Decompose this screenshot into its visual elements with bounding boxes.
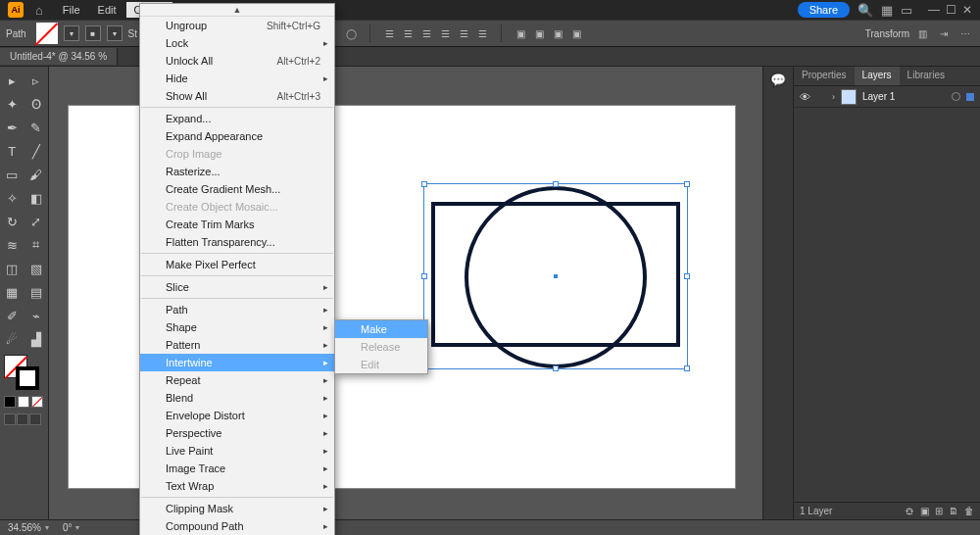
menu-perspective[interactable]: Perspective▸ bbox=[140, 424, 334, 442]
new-sublayer-icon[interactable]: ⊞ bbox=[935, 506, 943, 516]
menu-make-pixel-perfect[interactable]: Make Pixel Perfect bbox=[140, 256, 334, 273]
blend-tool-icon[interactable]: ⌁ bbox=[24, 304, 49, 327]
selection-handle[interactable] bbox=[684, 273, 690, 279]
rotate-tool-icon[interactable]: ↻ bbox=[0, 210, 24, 233]
selection-handle[interactable] bbox=[553, 365, 559, 371]
layer-row[interactable]: 👁 › Layer 1 bbox=[794, 86, 980, 108]
document-tab[interactable]: Untitled-4* @ 34.56 % bbox=[0, 48, 118, 65]
isolate-icon[interactable]: ▥ bbox=[913, 24, 931, 42]
menu-slice[interactable]: Slice▸ bbox=[140, 278, 334, 296]
menu-text-wrap[interactable]: Text Wrap▸ bbox=[140, 477, 334, 495]
eraser-tool-icon[interactable]: ◧ bbox=[24, 186, 49, 210]
menu-blend[interactable]: Blend▸ bbox=[140, 389, 334, 407]
menu-expand[interactable]: Expand... bbox=[140, 110, 334, 127]
draw-inside-icon[interactable] bbox=[29, 413, 41, 425]
selection-tool-icon[interactable]: ▸ bbox=[0, 69, 24, 92]
layer-target-icon[interactable] bbox=[952, 92, 960, 101]
align-bottom-icon[interactable]: ☰ bbox=[473, 24, 491, 42]
menu-envelope-distort[interactable]: Envelope Distort▸ bbox=[140, 407, 334, 424]
menu-path[interactable]: Path▸ bbox=[140, 301, 334, 318]
menu-flatten-transparency[interactable]: Flatten Transparency... bbox=[140, 233, 334, 251]
tab-libraries[interactable]: Libraries bbox=[900, 67, 953, 85]
magic-wand-tool-icon[interactable]: ✦ bbox=[0, 92, 24, 116]
menu-shape[interactable]: Shape▸ bbox=[140, 318, 334, 336]
gradient-tool-icon[interactable]: ▤ bbox=[24, 280, 49, 304]
stroke-color-swatch[interactable] bbox=[16, 366, 39, 390]
menu-repeat[interactable]: Repeat▸ bbox=[140, 371, 334, 389]
pathfinder-exclude-icon[interactable]: ▣ bbox=[567, 24, 585, 42]
align-left-icon[interactable]: ☰ bbox=[380, 24, 398, 42]
draw-normal-icon[interactable] bbox=[4, 413, 16, 425]
home-icon[interactable]: ⌂ bbox=[35, 3, 43, 18]
width-tool-icon[interactable]: ≋ bbox=[0, 233, 24, 257]
stroke-dropdown[interactable]: ▾ bbox=[107, 25, 122, 41]
workspace-icon[interactable]: ▭ bbox=[901, 3, 912, 18]
menu-compound-path[interactable]: Compound Path▸ bbox=[140, 517, 334, 535]
submenu-make[interactable]: Make bbox=[335, 320, 427, 338]
pathfinder-unite-icon[interactable]: ▣ bbox=[512, 24, 529, 42]
mesh-tool-icon[interactable]: ▦ bbox=[0, 280, 24, 304]
menu-create-trim-marks[interactable]: Create Trim Marks bbox=[140, 216, 334, 233]
align-hcenter-icon[interactable]: ☰ bbox=[399, 24, 416, 42]
window-maximize-icon[interactable]: ☐ bbox=[946, 3, 956, 17]
line-tool-icon[interactable]: ╱ bbox=[24, 139, 49, 163]
selection-handle[interactable] bbox=[684, 181, 690, 187]
selection-handle[interactable] bbox=[553, 181, 559, 187]
tab-layers[interactable]: Layers bbox=[855, 67, 900, 85]
arrange-docs-icon[interactable]: ▦ bbox=[881, 3, 893, 18]
align-to-icon[interactable]: ⇥ bbox=[935, 24, 953, 42]
rotate-field[interactable]: 0°▾ bbox=[63, 522, 80, 533]
align-right-icon[interactable]: ☰ bbox=[417, 24, 435, 42]
menu-clipping-mask[interactable]: Clipping Mask▸ bbox=[140, 500, 334, 517]
selection-bounding-box[interactable] bbox=[423, 183, 688, 369]
paintbrush-tool-icon[interactable]: 🖌 bbox=[24, 163, 49, 186]
menu-intertwine[interactable]: Intertwine▸ bbox=[140, 354, 334, 371]
direct-selection-tool-icon[interactable]: ▹ bbox=[24, 69, 49, 92]
search-icon[interactable]: 🔍 bbox=[858, 3, 873, 18]
new-layer-icon[interactable]: 🗎 bbox=[949, 506, 958, 516]
menu-file[interactable]: File bbox=[55, 2, 88, 18]
menu-ungroup[interactable]: UngroupShift+Ctrl+G bbox=[140, 17, 334, 34]
comments-panel-icon[interactable]: 💬 bbox=[770, 73, 786, 87]
shape-builder-tool-icon[interactable]: ◫ bbox=[0, 257, 24, 280]
align-vcenter-icon[interactable]: ☰ bbox=[455, 24, 472, 42]
symbol-tool-icon[interactable]: ☄ bbox=[0, 327, 24, 351]
zoom-field[interactable]: 34.56%▾ bbox=[8, 522, 49, 533]
fill-dropdown[interactable]: ▾ bbox=[64, 25, 79, 41]
color-mode-icon[interactable] bbox=[4, 396, 16, 408]
menu-expand-appearance[interactable]: Expand Appearance bbox=[140, 127, 334, 145]
eyedropper-tool-icon[interactable]: ✐ bbox=[0, 304, 24, 327]
menu-image-trace[interactable]: Image Trace▸ bbox=[140, 460, 334, 477]
layer-name[interactable]: Layer 1 bbox=[862, 91, 946, 102]
fill-stroke-swatches[interactable] bbox=[4, 355, 43, 394]
selection-handle[interactable] bbox=[421, 181, 427, 187]
window-minimize-icon[interactable]: — bbox=[928, 3, 940, 17]
pen-tool-icon[interactable]: ✒ bbox=[0, 116, 24, 139]
fill-swatch[interactable] bbox=[36, 23, 58, 44]
make-clipping-mask-icon[interactable]: ▣ bbox=[920, 506, 929, 516]
share-button[interactable]: Share bbox=[798, 2, 850, 18]
menu-edit[interactable]: Edit bbox=[90, 2, 124, 18]
lasso-tool-icon[interactable]: ʘ bbox=[24, 92, 49, 116]
menu-pattern[interactable]: Pattern▸ bbox=[140, 336, 334, 354]
none-mode-icon[interactable] bbox=[31, 396, 43, 408]
selection-handle[interactable] bbox=[684, 365, 690, 371]
shaper-tool-icon[interactable]: ✧ bbox=[0, 186, 24, 210]
perspective-tool-icon[interactable]: ▧ bbox=[24, 257, 49, 280]
locate-object-icon[interactable]: ⯐ bbox=[905, 506, 914, 516]
pathfinder-intersect-icon[interactable]: ▣ bbox=[549, 24, 566, 42]
menu-create-gradient-mesh[interactable]: Create Gradient Mesh... bbox=[140, 180, 334, 198]
graph-tool-icon[interactable]: ▟ bbox=[24, 327, 49, 351]
selection-handle[interactable] bbox=[421, 273, 427, 279]
menu-live-paint[interactable]: Live Paint▸ bbox=[140, 442, 334, 460]
layer-expand-icon[interactable]: › bbox=[832, 92, 835, 102]
window-close-icon[interactable]: ✕ bbox=[962, 3, 972, 17]
type-tool-icon[interactable]: T bbox=[0, 139, 24, 163]
tab-properties[interactable]: Properties bbox=[794, 67, 855, 85]
stroke-swatch[interactable]: ■ bbox=[85, 25, 101, 41]
rectangle-tool-icon[interactable]: ▭ bbox=[0, 163, 24, 186]
menu-lock[interactable]: Lock▸ bbox=[140, 34, 334, 52]
menu-hide[interactable]: Hide▸ bbox=[140, 70, 334, 87]
curvature-tool-icon[interactable]: ✎ bbox=[24, 116, 49, 139]
more-options-icon[interactable]: ⋯ bbox=[956, 24, 974, 42]
